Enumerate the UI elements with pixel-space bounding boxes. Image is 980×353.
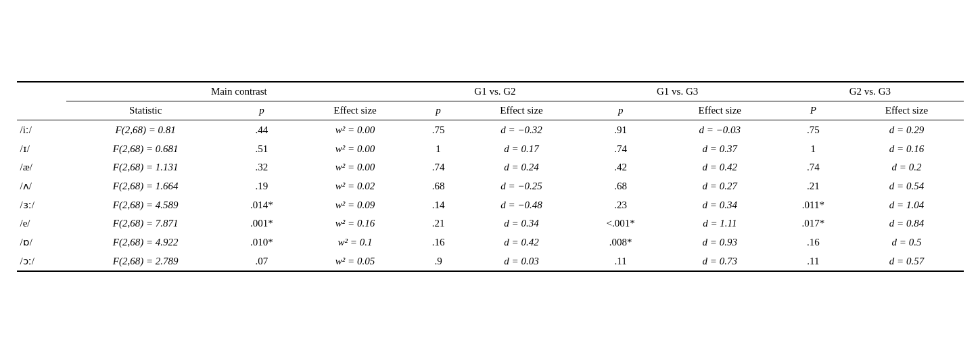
p-main-cell: .010*: [225, 233, 298, 252]
phoneme-cell: /e/: [17, 214, 66, 233]
es-g1g3-cell: d = 0.27: [663, 176, 776, 195]
g1g3-header: G1 vs. G3: [578, 82, 776, 101]
p-g2g3-cell: .74: [776, 158, 849, 176]
phoneme-cell: /ɜː/: [17, 195, 66, 214]
main-contrast-header: Main contrast: [66, 82, 412, 101]
p-g1g2-cell: .68: [412, 176, 465, 195]
p-g2g3-cell: .16: [776, 233, 849, 252]
es-g1g2-sub-header: Effect size: [465, 101, 578, 120]
p-g1g2-cell: .16: [412, 233, 465, 252]
p-main-cell: .19: [225, 176, 298, 195]
table-row: /ɒ/ F(2,68) = 4.922 .010* w² = 0.1 .16 d…: [17, 233, 964, 252]
es-main-cell: w² = 0.00: [298, 158, 412, 176]
es-main-cell: w² = 0.16: [298, 214, 412, 233]
table-row: /ʌ/ F(2,68) = 1.664 .19 w² = 0.02 .68 d …: [17, 176, 964, 195]
phoneme-cell: /ɔː/: [17, 252, 66, 271]
statistic-sub-header: Statistic: [66, 101, 225, 120]
phoneme-cell: /ɪ/: [17, 139, 66, 158]
table-row: /e/ F(2,68) = 7.871 .001* w² = 0.16 .21 …: [17, 214, 964, 233]
phoneme-cell: /iː/: [17, 120, 66, 140]
p-g2g3-cell: .75: [776, 120, 849, 140]
p-main-cell: .014*: [225, 195, 298, 214]
table-row: /ɔː/ F(2,68) = 2.789 .07 w² = 0.05 .9 d …: [17, 252, 964, 271]
phoneme-cell: /æ/: [17, 158, 66, 176]
es-g1g2-cell: d = 0.42: [465, 233, 578, 252]
statistic-cell: F(2,68) = 7.871: [66, 214, 225, 233]
p-g1g2-cell: .74: [412, 158, 465, 176]
es-g2g3-cell: d = 0.84: [849, 214, 963, 233]
es-g1g2-cell: d = 0.03: [465, 252, 578, 271]
p-g1g2-cell: .75: [412, 120, 465, 140]
sub-header-row: Statistic p Effect size p Effect size p …: [17, 101, 964, 120]
es-g1g2-cell: d = −0.25: [465, 176, 578, 195]
es-main-sub-header: Effect size: [298, 101, 412, 120]
p-main-cell: .07: [225, 252, 298, 271]
p-g1g3-cell: .42: [578, 158, 663, 176]
p-g1g3-cell: .68: [578, 176, 663, 195]
statistic-cell: F(2,68) = 4.922: [66, 233, 225, 252]
statistic-cell: F(2,68) = 0.81: [66, 120, 225, 140]
p-g2g3-cell: .21: [776, 176, 849, 195]
empty-header: [17, 82, 66, 101]
table-container: Main contrast G1 vs. G2 G1 vs. G3 G2 vs.…: [17, 81, 964, 272]
p-g1g2-cell: .14: [412, 195, 465, 214]
g2g3-header: G2 vs. G3: [776, 82, 963, 101]
es-g2g3-cell: d = 0.29: [849, 120, 963, 140]
es-g1g2-cell: d = 0.24: [465, 158, 578, 176]
g1g2-header: G1 vs. G2: [412, 82, 578, 101]
p-main-cell: .51: [225, 139, 298, 158]
es-g1g3-cell: d = −0.03: [663, 120, 776, 140]
p-g1g3-cell: .11: [578, 252, 663, 271]
es-main-cell: w² = 0.00: [298, 120, 412, 140]
phoneme-sub-header: [17, 101, 66, 120]
group-header-row: Main contrast G1 vs. G2 G1 vs. G3 G2 vs.…: [17, 82, 964, 101]
p-g1g3-cell: <.001*: [578, 214, 663, 233]
es-g2g3-cell: d = 0.57: [849, 252, 963, 271]
es-g1g3-cell: d = 1.11: [663, 214, 776, 233]
p-main-sub-header: p: [225, 101, 298, 120]
table-row: /ɪ/ F(2,68) = 0.681 .51 w² = 0.00 1 d = …: [17, 139, 964, 158]
es-g1g2-cell: d = 0.17: [465, 139, 578, 158]
es-main-cell: w² = 0.1: [298, 233, 412, 252]
statistic-cell: F(2,68) = 2.789: [66, 252, 225, 271]
p-g2g3-cell: .11: [776, 252, 849, 271]
es-g2g3-sub-header: Effect size: [849, 101, 963, 120]
es-g1g3-cell: d = 0.93: [663, 233, 776, 252]
p-main-cell: .32: [225, 158, 298, 176]
es-g1g3-cell: d = 0.37: [663, 139, 776, 158]
es-g1g3-cell: d = 0.73: [663, 252, 776, 271]
es-g1g3-cell: d = 0.42: [663, 158, 776, 176]
es-main-cell: w² = 0.00: [298, 139, 412, 158]
table-row: /ɜː/ F(2,68) = 4.589 .014* w² = 0.09 .14…: [17, 195, 964, 214]
es-g2g3-cell: d = 0.54: [849, 176, 963, 195]
p-g1g2-cell: .9: [412, 252, 465, 271]
p-main-cell: .001*: [225, 214, 298, 233]
statistic-cell: F(2,68) = 0.681: [66, 139, 225, 158]
p-g2g3-cell: .017*: [776, 214, 849, 233]
table-row: /iː/ F(2,68) = 0.81 .44 w² = 0.00 .75 d …: [17, 120, 964, 140]
statistic-cell: F(2,68) = 1.664: [66, 176, 225, 195]
p-g1g3-cell: .74: [578, 139, 663, 158]
p-g2g3-cell: 1: [776, 139, 849, 158]
es-g2g3-cell: d = 1.04: [849, 195, 963, 214]
p-g1g3-cell: .008*: [578, 233, 663, 252]
statistic-cell: F(2,68) = 1.131: [66, 158, 225, 176]
p-g1g2-sub-header: p: [412, 101, 465, 120]
es-main-cell: w² = 0.02: [298, 176, 412, 195]
es-main-cell: w² = 0.05: [298, 252, 412, 271]
es-g2g3-cell: d = 0.16: [849, 139, 963, 158]
statistic-cell: F(2,68) = 4.589: [66, 195, 225, 214]
p-g1g2-cell: 1: [412, 139, 465, 158]
table-row: /æ/ F(2,68) = 1.131 .32 w² = 0.00 .74 d …: [17, 158, 964, 176]
es-g1g2-cell: d = 0.34: [465, 214, 578, 233]
p-g1g3-cell: .91: [578, 120, 663, 140]
es-g2g3-cell: d = 0.2: [849, 158, 963, 176]
phoneme-cell: /ɒ/: [17, 233, 66, 252]
es-g1g3-sub-header: Effect size: [663, 101, 776, 120]
p-g2g3-sub-header: P: [776, 101, 849, 120]
p-g2g3-cell: .011*: [776, 195, 849, 214]
es-g1g3-cell: d = 0.34: [663, 195, 776, 214]
statistics-table: Main contrast G1 vs. G2 G1 vs. G3 G2 vs.…: [17, 81, 964, 272]
p-g1g3-sub-header: p: [578, 101, 663, 120]
es-g2g3-cell: d = 0.5: [849, 233, 963, 252]
